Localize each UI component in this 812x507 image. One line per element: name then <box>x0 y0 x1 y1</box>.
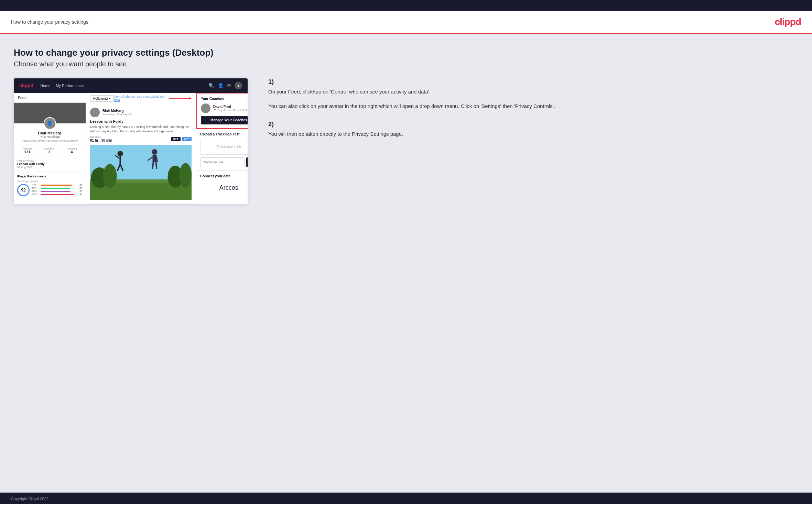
instruction-step2: 2) You will then be taken directly to th… <box>268 121 798 138</box>
post-author-name: Blair McHarg <box>102 109 132 113</box>
trackman-section: Upload a Trackman Test Trackman Link Add… <box>196 129 248 171</box>
coach-name: David Ford <box>213 105 248 109</box>
mockup-left-panel: Feed 👤 Blair McHarg Plus Handicap Royal … <box>14 93 86 204</box>
performance-row: 92 OTT 90 APP 85 <box>17 184 82 196</box>
arrow-line <box>169 98 190 99</box>
coaches-section: Your Coaches David Ford 📍 Royal North De… <box>197 93 248 128</box>
manage-coaches-button[interactable]: Manage Your Coaches <box>201 116 248 124</box>
coach-club: 📍 Royal North Devon Golf Club <box>213 109 248 112</box>
mockup-right-panel: Your Coaches David Ford 📍 Royal North De… <box>196 93 248 204</box>
feed-post: Blair McHarg Yesterday · Sunningdale Les… <box>86 104 196 204</box>
svg-point-4 <box>103 164 117 188</box>
clippd-logo: clippd <box>775 16 801 27</box>
mockup-nav-items: Home My Performance <box>40 84 202 88</box>
profile-handicap: Plus Handicap <box>14 135 86 139</box>
post-author-avatar <box>90 108 100 117</box>
trackman-placeholder: Trackman Link <box>200 139 248 155</box>
performance-bars: OTT 90 APP 85 ARG <box>32 184 82 196</box>
following-button[interactable]: Following ▾ <box>90 95 114 102</box>
latest-activity: Latest Activity Lesson with Fordy 03 Aug… <box>14 156 86 172</box>
mockup-middle-panel: Following ▾ Control who can see your act… <box>86 93 196 204</box>
svg-line-17 <box>156 162 157 169</box>
page-subtitle: Choose what you want people to see <box>14 60 798 68</box>
feed-controls-row: Following ▾ Control who can see your act… <box>86 93 196 104</box>
main-content: How to change your privacy settings (Des… <box>0 34 812 493</box>
coach-avatar <box>201 103 210 113</box>
content-columns: clippd Home My Performance 🔍 👤 ⊕ ▾ Feed <box>14 78 798 204</box>
profile-name: Blair McHarg <box>14 131 86 135</box>
connect-section: Connect your data Arccos <box>196 171 248 198</box>
add-link-button[interactable]: Add Link <box>246 157 248 167</box>
stat-following: Following 4 <box>67 147 77 154</box>
trackman-input[interactable] <box>200 157 245 167</box>
mockup-logo: clippd <box>19 83 33 88</box>
user-avatar[interactable]: ▾ <box>235 82 242 89</box>
trackman-input-row: Add Link <box>200 157 248 167</box>
svg-line-16 <box>153 162 153 169</box>
red-highlight-section: Your Coaches David Ford 📍 Royal North De… <box>196 93 248 129</box>
svg-rect-13 <box>153 155 157 162</box>
feed-tab[interactable]: Feed <box>14 93 86 103</box>
bar-putt: PUTT 96 <box>32 193 82 196</box>
post-description: Looking to feel like my hands are exitin… <box>90 125 192 133</box>
bar-ott: OTT 90 <box>32 184 82 186</box>
stat-followers: Followers 3 <box>44 147 55 154</box>
svg-line-15 <box>157 157 158 162</box>
profile-avatar: 👤 <box>44 117 56 130</box>
instructions-panel: 1) On your Feed, click/tap on 'Control w… <box>261 78 798 148</box>
post-title: Lesson with Fordy <box>90 119 192 123</box>
tag-app: APP <box>182 137 192 141</box>
profile-club: Royal North Devon Golf Club, United King… <box>14 139 86 142</box>
svg-point-12 <box>152 149 158 155</box>
bar-app: APP 85 <box>32 187 82 189</box>
coaches-title: Your Coaches <box>201 97 248 101</box>
person-icon[interactable]: 👤 <box>218 83 224 88</box>
header: How to change your privacy settings clip… <box>0 11 812 34</box>
control-privacy-link[interactable]: Control who can see your activity and da… <box>114 95 166 102</box>
coach-item: David Ford 📍 Royal North Devon Golf Club <box>201 103 248 113</box>
profile-stats: Activities 131 Followers 3 Following 4 <box>14 145 86 156</box>
post-meta: Yesterday · Sunningdale <box>102 113 132 116</box>
location-icon: 📍 <box>213 109 217 112</box>
arrow-head <box>190 97 192 100</box>
mockup-body: Feed 👤 Blair McHarg Plus Handicap Royal … <box>14 93 248 204</box>
step1-number: 1) <box>268 78 798 86</box>
connect-title: Connect your data <box>200 174 248 178</box>
instruction-step1: 1) On your Feed, click/tap on 'Control w… <box>268 78 798 110</box>
post-image <box>90 145 192 200</box>
chevron-down-icon: ▾ <box>109 97 111 100</box>
arccos-logo: Arccos <box>200 181 248 195</box>
step1-text: On your Feed, click/tap on 'Control who … <box>268 88 798 96</box>
step2-number: 2) <box>268 121 798 128</box>
trackman-title: Upload a Trackman Test <box>200 132 248 136</box>
tag-row: OTT APP <box>171 137 192 141</box>
post-author: Blair McHarg Yesterday · Sunningdale <box>90 108 192 117</box>
stat-activities: Activities 131 <box>23 147 32 154</box>
footer-copyright: Copyright Clippd 2022 <box>11 497 48 501</box>
mockup-nav-icons: 🔍 👤 ⊕ ▾ <box>208 82 242 89</box>
svg-point-7 <box>118 151 123 156</box>
app-mockup: clippd Home My Performance 🔍 👤 ⊕ ▾ Feed <box>14 78 248 204</box>
tag-ott: OTT <box>171 137 181 141</box>
nav-my-performance[interactable]: My Performance <box>56 84 84 88</box>
step2-text: You will then be taken directly to the P… <box>268 130 798 138</box>
bar-arg: ARG 86 <box>32 190 82 192</box>
mockup-nav: clippd Home My Performance 🔍 👤 ⊕ ▾ <box>14 78 248 93</box>
quality-circle: 92 <box>17 184 30 196</box>
header-title: How to change your privacy settings <box>11 19 88 25</box>
svg-point-6 <box>180 163 192 188</box>
player-performance: Player Performance Total Player Quality … <box>14 172 86 199</box>
search-icon[interactable]: 🔍 <box>208 83 214 88</box>
nav-home[interactable]: Home <box>40 84 50 88</box>
post-duration-row: Duration 01 hr : 30 min OTT APP <box>90 135 192 142</box>
footer: Copyright Clippd 2022 <box>0 493 812 504</box>
profile-banner: 👤 <box>14 103 86 123</box>
page-title: How to change your privacy settings (Des… <box>14 47 798 58</box>
top-bar <box>0 0 812 11</box>
step1-text2: You can also click on your avatar in the… <box>268 102 798 110</box>
plus-icon[interactable]: ⊕ <box>227 83 231 88</box>
